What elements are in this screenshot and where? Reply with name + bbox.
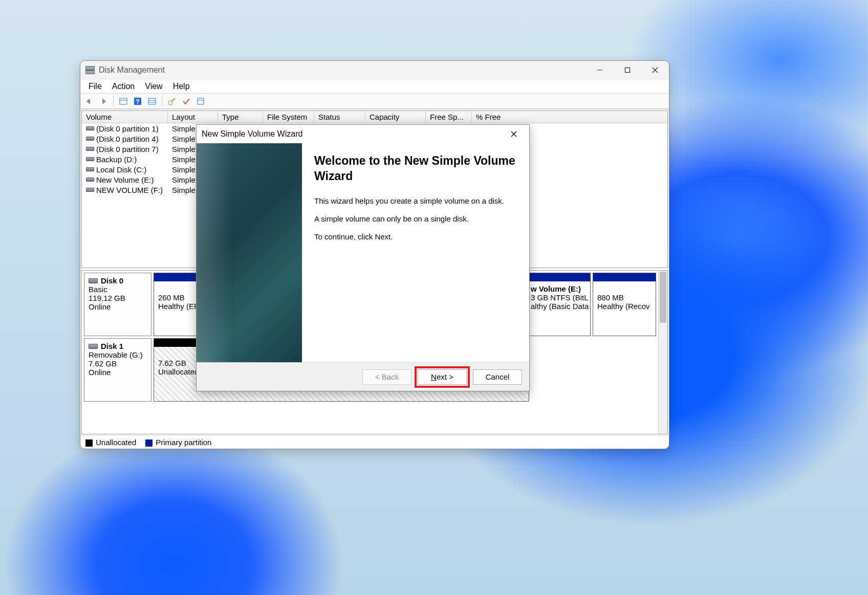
menu-action[interactable]: Action [107,81,140,92]
menubar: File Action View Help [80,79,669,94]
legend-swatch-unallocated [85,439,93,447]
partition-text: 880 MB [597,293,652,302]
partition-disk0-0[interactable]: 260 MB Healthy (EF [154,273,199,336]
close-button[interactable] [641,61,669,79]
svg-rect-4 [120,98,127,104]
wizard-text: This wizard helps you create a simple vo… [314,196,517,205]
partition-disk0-e[interactable]: w Volume (E:) 3 GB NTFS (BitL althy (Bas… [526,273,591,336]
svg-line-12 [172,98,175,101]
maximize-button[interactable] [614,61,641,79]
partition-text: Healthy (Recov [597,302,652,311]
disk0-status: Online [89,302,147,311]
scroll-thumb[interactable] [660,272,666,323]
wizard-footer: < Back Next > Cancel [197,362,529,391]
tool-view-icon[interactable] [117,95,130,107]
volume-icon [86,157,94,161]
legend-label-primary: Primary partition [156,438,211,447]
forward-button[interactable] [97,95,110,107]
tool-action-icon[interactable] [165,95,179,107]
volume-name: Local Disk (C:) [96,165,146,174]
disk0-label[interactable]: Disk 0 Basic 119.12 GB Online [84,273,151,336]
wizard-text: To continue, click Next. [314,232,517,241]
disk-icon [89,278,98,283]
col-pctfree[interactable]: % Free [472,111,532,123]
col-freespace[interactable]: Free Sp... [426,111,472,123]
wizard-content: Welcome to the New Simple Volume Wizard … [302,143,529,362]
col-status[interactable]: Status [314,111,365,123]
column-headers: Volume Layout Type File System Status Ca… [82,111,667,123]
app-icon [85,66,95,74]
volume-name: Backup (D:) [96,155,137,164]
legend-swatch-primary [145,439,153,447]
disk0-name: Disk 0 [101,276,123,285]
volume-icon [86,126,94,130]
col-capacity[interactable]: Capacity [365,111,426,123]
back-button[interactable]: < Back [362,369,411,385]
partition-text: 3 GB NTFS (BitL [531,293,586,302]
window-title: Disk Management [99,65,586,75]
disk1-name: Disk 1 [101,342,123,350]
partition-text: althy (Basic Data [531,302,586,311]
disk-icon [89,344,98,349]
disk1-size: 7.62 GB [89,359,147,368]
tool-list-icon[interactable] [145,95,159,107]
toolbar: ? [80,94,669,109]
help-icon[interactable]: ? [131,95,144,107]
legend-label-unallocated: Unallocated [96,438,136,447]
col-layout[interactable]: Layout [168,111,218,123]
volume-icon [86,137,94,141]
col-filesystem[interactable]: File System [263,111,314,123]
volume-name: (Disk 0 partition 1) [96,124,159,133]
minimize-button[interactable] [586,61,614,79]
wizard-text: A simple volume can only be on a single … [314,214,517,223]
tool-props-icon[interactable] [194,95,207,107]
svg-rect-8 [148,98,156,104]
wizard-titlebar: New Simple Volume Wizard [197,125,529,143]
disk1-label[interactable]: Disk 1 Removable (G:) 7.62 GB Online [84,338,151,402]
disk1--status: Online [89,368,147,377]
vertical-scrollbar[interactable] [658,271,667,434]
cancel-button[interactable]: Cancel [473,369,522,385]
svg-rect-13 [198,98,204,104]
titlebar: Disk Management [80,61,669,79]
disk1-type: Removable (G:) [89,350,147,359]
partition-disk0-recov[interactable]: 880 MB Healthy (Recov [593,273,656,336]
menu-view[interactable]: View [140,81,167,92]
volume-icon [86,188,94,192]
wizard-close-button[interactable] [504,125,524,143]
back-button[interactable] [82,95,96,107]
next-button[interactable]: Next > [418,369,467,385]
volume-name: (Disk 0 partition 4) [96,135,159,143]
volume-name: (Disk 0 partition 7) [96,145,159,153]
new-simple-volume-wizard: New Simple Volume Wizard Welcome to the … [196,124,530,391]
wizard-banner [197,143,302,362]
volume-name: NEW VOLUME (F:) [96,186,163,194]
disk0-size: 119.12 GB [89,294,147,302]
partition-text: 260 MB [158,293,194,302]
wizard-heading: Welcome to the New Simple Volume Wizard [314,153,517,184]
disk0-type: Basic [89,285,147,294]
partition-text: Healthy (EF [158,302,194,311]
wizard-title: New Simple Volume Wizard [202,129,504,139]
tool-check-icon[interactable] [180,95,193,107]
legend: Unallocated Primary partition [80,435,669,449]
col-volume[interactable]: Volume [82,111,168,123]
svg-rect-1 [625,68,630,72]
col-type[interactable]: Type [218,111,263,123]
menu-help[interactable]: Help [168,81,195,92]
volume-icon [86,147,94,151]
volume-icon [86,178,94,182]
svg-text:?: ? [136,98,139,105]
partition-text: w Volume (E:) [531,284,586,293]
menu-file[interactable]: File [83,81,107,92]
svg-point-11 [168,101,172,105]
volume-name: New Volume (E:) [96,175,154,184]
volume-icon [86,167,94,171]
